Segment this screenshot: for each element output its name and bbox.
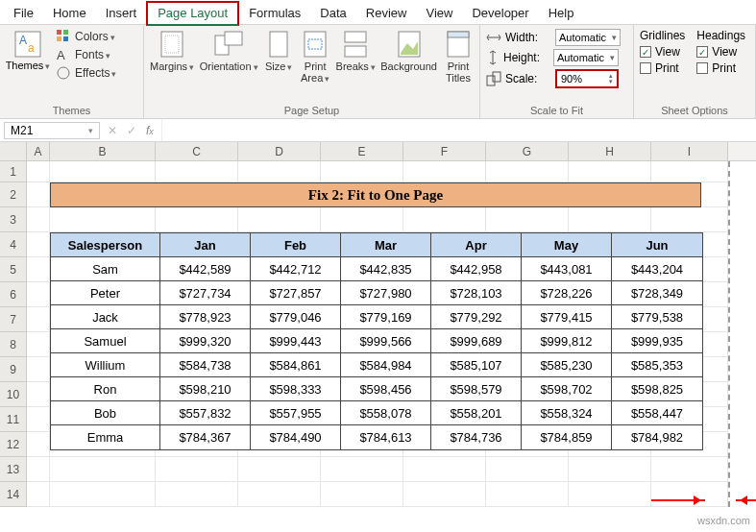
- row-header[interactable]: 5: [0, 257, 27, 282]
- table-cell[interactable]: Peter: [51, 281, 160, 305]
- formula-bar[interactable]: [161, 119, 756, 141]
- print-titles-button[interactable]: Print Titles: [443, 29, 474, 84]
- row-header[interactable]: 1: [0, 161, 27, 182]
- size-button[interactable]: Size: [263, 29, 294, 73]
- cells-area[interactable]: Fix 2: Fit to One Page Salesperson Jan F…: [27, 161, 728, 507]
- tab-file[interactable]: File: [4, 3, 43, 24]
- table-cell[interactable]: $557,955: [251, 401, 341, 425]
- table-cell[interactable]: $779,415: [522, 305, 612, 329]
- row-header[interactable]: 13: [0, 457, 27, 482]
- table-cell[interactable]: $598,210: [160, 377, 251, 401]
- row-header[interactable]: 3: [0, 207, 27, 232]
- table-cell[interactable]: $598,825: [612, 377, 702, 401]
- table-cell[interactable]: $598,702: [522, 377, 612, 401]
- table-cell[interactable]: $779,292: [431, 305, 522, 329]
- row-header[interactable]: 2: [0, 182, 27, 207]
- table-cell[interactable]: $558,447: [612, 401, 702, 425]
- table-cell[interactable]: $784,859: [522, 425, 612, 449]
- table-cell[interactable]: $443,204: [612, 257, 702, 281]
- row-header[interactable]: 4: [0, 232, 27, 257]
- table-cell[interactable]: $727,980: [341, 281, 431, 305]
- table-cell[interactable]: $558,201: [431, 401, 522, 425]
- table-cell[interactable]: $557,832: [160, 401, 251, 425]
- row-header[interactable]: 9: [0, 357, 27, 382]
- margins-button[interactable]: Margins: [150, 29, 194, 73]
- table-cell[interactable]: $584,984: [341, 353, 431, 377]
- table-cell[interactable]: $598,333: [251, 377, 341, 401]
- table-cell[interactable]: $443,081: [522, 257, 612, 281]
- tab-review[interactable]: Review: [356, 3, 417, 24]
- fx-icon[interactable]: fx: [146, 124, 154, 137]
- tab-developer[interactable]: Developer: [462, 3, 538, 24]
- table-cell[interactable]: $784,613: [341, 425, 431, 449]
- orientation-button[interactable]: Orientation: [200, 29, 257, 73]
- table-cell[interactable]: $727,857: [251, 281, 341, 305]
- tab-help[interactable]: Help: [539, 3, 584, 24]
- table-cell[interactable]: $778,923: [160, 305, 251, 329]
- scale-spinner[interactable]: 90%▴▾: [555, 69, 619, 88]
- table-cell[interactable]: Sam: [51, 257, 160, 281]
- row-header[interactable]: 8: [0, 332, 27, 357]
- col-header[interactable]: G: [486, 142, 569, 160]
- table-cell[interactable]: $779,169: [341, 305, 431, 329]
- table-cell[interactable]: $779,538: [612, 305, 702, 329]
- table-cell[interactable]: $728,349: [612, 281, 702, 305]
- table-cell[interactable]: $585,230: [522, 353, 612, 377]
- table-cell[interactable]: $999,812: [522, 329, 612, 353]
- row-header[interactable]: 12: [0, 432, 27, 457]
- col-header[interactable]: E: [321, 142, 403, 160]
- effects-button[interactable]: Effects: [56, 65, 116, 81]
- row-header[interactable]: 6: [0, 282, 27, 307]
- table-cell[interactable]: $728,226: [522, 281, 612, 305]
- col-header[interactable]: B: [50, 142, 156, 160]
- row-header[interactable]: 10: [0, 382, 27, 407]
- table-cell[interactable]: $728,103: [431, 281, 522, 305]
- spinner-arrows-icon[interactable]: ▴▾: [609, 73, 613, 85]
- table-cell[interactable]: $727,734: [160, 281, 251, 305]
- table-cell[interactable]: $784,982: [612, 425, 702, 449]
- table-cell[interactable]: $784,367: [160, 425, 251, 449]
- select-all-triangle[interactable]: [0, 142, 27, 160]
- col-header[interactable]: D: [238, 142, 321, 160]
- table-cell[interactable]: $442,835: [341, 257, 431, 281]
- table-cell[interactable]: $585,353: [612, 353, 702, 377]
- col-header[interactable]: F: [403, 142, 486, 160]
- headings-print-checkbox[interactable]: Print: [696, 61, 745, 75]
- gridlines-print-checkbox[interactable]: Print: [640, 61, 685, 75]
- table-cell[interactable]: $999,443: [251, 329, 341, 353]
- table-cell[interactable]: $442,589: [160, 257, 251, 281]
- tab-home[interactable]: Home: [43, 3, 96, 24]
- table-cell[interactable]: $558,078: [341, 401, 431, 425]
- table-cell[interactable]: $999,689: [431, 329, 522, 353]
- themes-button[interactable]: Aa Themes: [6, 29, 50, 71]
- table-cell[interactable]: $598,579: [431, 377, 522, 401]
- fonts-button[interactable]: A Fonts: [56, 47, 116, 62]
- enter-icon[interactable]: ✓: [127, 124, 136, 137]
- width-dropdown[interactable]: Automatic▾: [555, 29, 621, 46]
- cancel-icon[interactable]: ✕: [108, 124, 117, 137]
- table-cell[interactable]: $779,046: [251, 305, 341, 329]
- colors-button[interactable]: Colors: [56, 29, 116, 44]
- tab-data[interactable]: Data: [310, 3, 355, 24]
- background-button[interactable]: Background: [380, 29, 437, 72]
- table-cell[interactable]: Emma: [51, 425, 160, 449]
- height-dropdown[interactable]: Automatic▾: [553, 49, 619, 66]
- table-cell[interactable]: $784,490: [251, 425, 341, 449]
- tab-page-layout[interactable]: Page Layout: [146, 1, 239, 26]
- table-cell[interactable]: $442,712: [251, 257, 341, 281]
- table-cell[interactable]: Samuel: [51, 329, 160, 353]
- table-cell[interactable]: Willium: [51, 353, 160, 377]
- table-cell[interactable]: $999,935: [612, 329, 702, 353]
- table-cell[interactable]: $584,861: [251, 353, 341, 377]
- table-cell[interactable]: $999,566: [341, 329, 431, 353]
- tab-view[interactable]: View: [416, 3, 462, 24]
- table-cell[interactable]: Ron: [51, 377, 160, 401]
- col-header[interactable]: I: [651, 142, 728, 160]
- row-header[interactable]: 14: [0, 482, 27, 507]
- table-cell[interactable]: Bob: [51, 401, 160, 425]
- col-header[interactable]: A: [27, 142, 50, 160]
- headings-view-checkbox[interactable]: ✓View: [696, 45, 745, 59]
- row-header[interactable]: 11: [0, 407, 27, 432]
- row-header[interactable]: 7: [0, 307, 27, 332]
- tab-insert[interactable]: Insert: [96, 3, 147, 24]
